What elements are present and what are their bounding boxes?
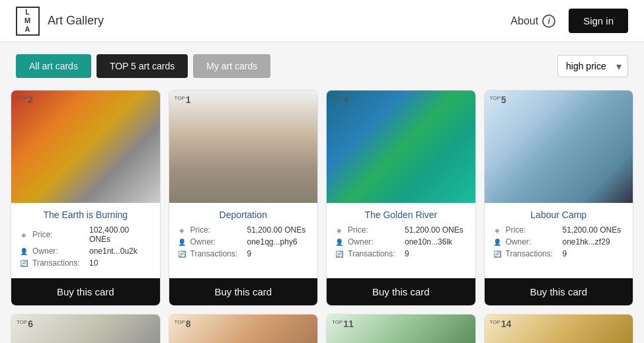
filter-bar: All art cards TOP 5 art cards My art car… [0,42,644,90]
art-small-8 [169,315,318,343]
card-small-11: TOP 11 [326,314,476,343]
price-icon: ◈ [493,225,502,235]
art-earth [11,91,160,203]
card-rank-1: TOP 1 [175,95,191,105]
card-title-river: The Golden River [335,210,467,220]
owner-icon: 👤 [19,247,28,256]
card-deportation: TOP 1 Deportation ◈ Price: 51,200.00 ONE… [169,90,319,306]
info-icon: i [542,15,555,28]
card-image-labour: TOP 5 [485,91,633,203]
owner-row: 👤 Owner: one1qg...phy6 [177,237,310,247]
card-meta-earth: ◈ Price: 102,400.00 ONEs 👤 Owner: one1nt… [19,225,152,268]
buy-button-earth[interactable]: Buy this card [11,278,160,305]
art-river [327,91,475,203]
filter-tabs: All art cards TOP 5 art cards My art car… [16,54,270,78]
price-row: ◈ Price: 102,400.00 ONEs [19,225,152,244]
buy-button-river[interactable]: Buy this card [327,278,475,305]
owner-row: 👤 Owner: one1hk...zf29 [493,237,625,247]
card-body-labour: Labour Camp ◈ Price: 51,200.00 ONEs 👤 Ow… [485,203,633,273]
header-left: LMA Art Gallery [16,7,104,36]
tx-icon: 🔄 [19,258,28,268]
sort-select[interactable]: high price low price newest oldest [557,55,628,77]
card-rank-11: TOP 11 [332,319,354,329]
tx-icon: 🔄 [335,249,344,258]
card-rank-8: TOP 8 [175,319,191,329]
tx-row: 🔄 Transactions: 10 [19,258,152,268]
tx-row: 🔄 Transactions: 9 [493,249,625,258]
card-image-river: TOP 4 [327,91,475,203]
owner-icon: 👤 [335,237,344,247]
card-labour-camp: TOP 5 Labour Camp ◈ Price: 51,200.00 ONE… [484,90,634,306]
card-body-earth: The Earth is Burning ◈ Price: 102,400.00… [11,203,160,273]
card-body-river: The Golden River ◈ Price: 51,200.00 ONEs… [327,203,475,273]
buy-button-deportation[interactable]: Buy this card [169,278,318,305]
art-labour [485,91,633,203]
card-rank-6: TOP 6 [17,319,33,329]
card-title-labour: Labour Camp [493,210,625,220]
price-row: ◈ Price: 51,200.00 ONEs [335,225,467,235]
card-meta-river: ◈ Price: 51,200.00 ONEs 👤 Owner: one10n.… [335,225,467,258]
buy-button-labour[interactable]: Buy this card [485,278,633,305]
card-earth-burning: TOP 2 The Earth is Burning ◈ Price: 102,… [11,90,161,306]
card-body-deportation: Deportation ◈ Price: 51,200.00 ONEs 👤 Ow… [169,203,318,273]
tab-my-cards[interactable]: My art cards [193,54,270,78]
about-button[interactable]: About i [510,15,555,28]
card-meta-labour: ◈ Price: 51,200.00 ONEs 👤 Owner: one1hk.… [493,225,625,258]
tx-row: 🔄 Transactions: 9 [177,249,310,258]
card-image-deportation: TOP 1 [169,91,318,203]
price-icon: ◈ [177,225,186,235]
card-meta-deportation: ◈ Price: 51,200.00 ONEs 👤 Owner: one1qg.… [177,225,310,258]
tx-row: 🔄 Transactions: 9 [335,249,467,258]
cards-section: TOP 2 The Earth is Burning ◈ Price: 102,… [0,90,644,343]
tab-top-cards[interactable]: TOP 5 art cards [97,54,188,78]
price-row: ◈ Price: 51,200.00 ONEs [177,225,310,235]
price-icon: ◈ [335,225,344,235]
art-small-6 [11,315,160,343]
cards-row-main: TOP 2 The Earth is Burning ◈ Price: 102,… [11,90,633,306]
card-rank-4: TOP 4 [332,95,348,105]
price-icon: ◈ [19,230,28,239]
card-image-earth: TOP 2 [11,91,160,203]
price-row: ◈ Price: 51,200.00 ONEs [493,225,625,235]
tab-all-cards[interactable]: All art cards [16,54,91,78]
cards-row-bottom: TOP 6 TOP 8 TOP 11 TOP 14 [11,314,633,343]
card-title-deportation: Deportation [177,210,310,220]
header-right: About i Sign in [510,9,628,33]
header: LMA Art Gallery About i Sign in [0,0,644,42]
card-small-6: TOP 6 [11,314,161,343]
card-rank-14: TOP 14 [490,319,512,329]
about-label: About [510,15,538,27]
card-small-8: TOP 8 [169,314,319,343]
tx-icon: 🔄 [493,249,502,258]
owner-row: 👤 Owner: one1nt...0u2k [19,247,152,256]
owner-row: 👤 Owner: one10n...36lk [335,237,467,247]
owner-icon: 👤 [493,237,502,247]
card-title-earth: The Earth is Burning [19,210,152,220]
card-small-14: TOP 14 [484,314,634,343]
tx-icon: 🔄 [177,249,186,258]
sort-wrapper: high price low price newest oldest [557,55,628,77]
art-deportation [169,91,318,203]
app-title: Art Gallery [48,14,104,28]
card-rank-2: TOP 2 [17,95,33,105]
card-golden-river: TOP 4 The Golden River ◈ Price: 51,200.0… [326,90,476,306]
card-rank-5: TOP 5 [490,95,506,105]
owner-icon: 👤 [177,237,186,247]
logo: LMA [16,7,40,36]
signin-button[interactable]: Sign in [569,9,628,33]
